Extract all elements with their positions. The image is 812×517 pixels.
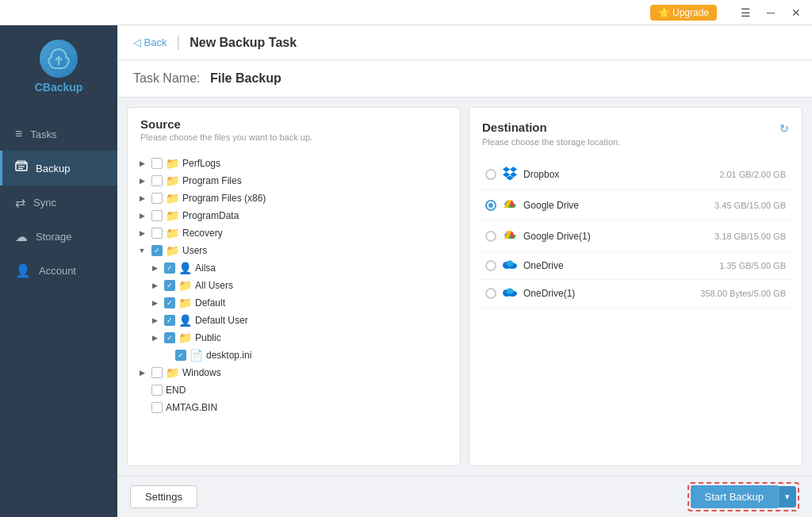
- menu-button[interactable]: ☰: [736, 3, 755, 22]
- label-programdata: ProgramData: [182, 210, 239, 221]
- checkbox-defaultuser[interactable]: ✓: [164, 315, 175, 326]
- toggle-users[interactable]: ▼: [136, 244, 148, 257]
- settings-button[interactable]: Settings: [130, 485, 197, 508]
- toggle-default[interactable]: ▶: [148, 297, 161, 309]
- tree-item-default[interactable]: ▶ ✓ 📁 Default: [147, 294, 454, 312]
- tree-item-desktopini[interactable]: ▶ ✓ 📄 desktop.ini: [147, 347, 454, 364]
- toggle-programdata[interactable]: ▶: [136, 209, 148, 222]
- sidebar-label-backup: Backup: [36, 163, 70, 174]
- dest-item-onedrive[interactable]: OneDrive 1.35 GB/5.00 GB: [476, 252, 795, 280]
- checkbox-recovery[interactable]: [151, 228, 163, 239]
- account-icon: 👤: [15, 263, 31, 278]
- taskname-value: File Backup: [210, 71, 282, 85]
- toggle-public[interactable]: ▶: [148, 331, 161, 344]
- checkbox-allusers[interactable]: ✓: [164, 280, 175, 291]
- dest-label-googledrive1: Google Drive(1): [523, 231, 714, 242]
- dest-item-onedrive1[interactable]: OneDrive(1) 358.00 Bytes/5.00 GB: [476, 280, 795, 308]
- tree-item-programfilesx86[interactable]: ▶ 📁 Program Files (x86): [134, 190, 454, 207]
- checkbox-ailsa[interactable]: ✓: [164, 262, 175, 274]
- start-backup-button[interactable]: Start Backup: [691, 485, 778, 508]
- label-programfilesx86: Program Files (x86): [182, 193, 266, 204]
- refresh-button[interactable]: ↻: [779, 122, 789, 135]
- tree-item-perflogs[interactable]: ▶ 📁 PerfLogs: [134, 155, 454, 172]
- dest-item-dropbox[interactable]: Dropbox 2.01 GB/2.00 GB: [476, 159, 795, 190]
- destination-panel-title: Destination: [482, 121, 547, 134]
- radio-googledrive[interactable]: [485, 200, 496, 211]
- toggle-ailsa[interactable]: ▶: [148, 262, 161, 274]
- checkbox-users[interactable]: ✓: [151, 245, 163, 256]
- toggle-perflogs[interactable]: ▶: [136, 157, 148, 170]
- back-button[interactable]: ◁ Back: [133, 36, 167, 48]
- tree-item-allusers[interactable]: ▶ ✓ 📁 All Users: [147, 277, 454, 294]
- tree-item-amtagbin[interactable]: ▶ AMTAG.BIN: [134, 399, 454, 416]
- label-allusers: All Users: [195, 280, 233, 291]
- source-panel-header: Source Please choose the files you want …: [128, 108, 460, 151]
- tree-item-users[interactable]: ▼ ✓ 📁 Users: [134, 242, 454, 259]
- label-programfiles: Program Files: [182, 175, 242, 186]
- radio-googledrive1[interactable]: [485, 231, 496, 242]
- toggle-defaultuser[interactable]: ▶: [148, 314, 161, 327]
- dest-size-onedrive1: 358.00 Bytes/5.00 GB: [700, 289, 786, 298]
- dest-label-googledrive: Google Drive: [523, 200, 714, 211]
- tree-item-windows[interactable]: ▶ 📁 Windows: [134, 364, 454, 381]
- tree-item-programfiles[interactable]: ▶ 📁 Program Files: [134, 172, 454, 190]
- sidebar-item-tasks[interactable]: ≡ Tasks: [0, 117, 117, 151]
- label-ailsa: Ailsa: [195, 262, 216, 274]
- radio-dropbox[interactable]: [485, 169, 496, 180]
- checkbox-public[interactable]: ✓: [164, 332, 175, 343]
- checkbox-default[interactable]: ✓: [164, 297, 175, 308]
- sync-icon: ⇄: [15, 195, 25, 210]
- checkbox-programdata[interactable]: [151, 210, 163, 221]
- tree-item-defaultuser[interactable]: ▶ ✓ 👤 Default User: [147, 312, 454, 329]
- toggle-windows[interactable]: ▶: [136, 366, 148, 379]
- dest-size-googledrive1: 3.18 GB/15.00 GB: [714, 232, 786, 241]
- upgrade-button[interactable]: ⭐ Upgrade: [650, 5, 717, 21]
- checkbox-programfilesx86[interactable]: [151, 193, 163, 204]
- user-icon: 👤: [178, 262, 192, 274]
- radio-onedrive1[interactable]: [485, 288, 496, 299]
- dest-label-onedrive1: OneDrive(1): [523, 288, 700, 299]
- tree-item-end[interactable]: ▶ END: [134, 381, 454, 399]
- sidebar-item-backup[interactable]: Backup: [0, 151, 117, 186]
- tree-item-programdata[interactable]: ▶ 📁 ProgramData: [134, 207, 454, 224]
- checkbox-end[interactable]: [151, 385, 163, 396]
- start-backup-dropdown-button[interactable]: ▾: [778, 486, 796, 507]
- storage-icon: ☁: [15, 229, 28, 244]
- dropbox-icon: [503, 166, 517, 183]
- checkbox-perflogs[interactable]: [151, 158, 163, 169]
- dest-size-googledrive: 3.45 GB/15.00 GB: [714, 201, 786, 210]
- toggle-recovery[interactable]: ▶: [136, 227, 148, 239]
- content: ◁ Back | New Backup Task Task Name: File…: [117, 25, 812, 517]
- gdrive1-icon: [503, 228, 517, 245]
- close-button[interactable]: ✕: [787, 3, 806, 22]
- dest-size-dropbox: 2.01 GB/2.00 GB: [719, 170, 786, 179]
- sidebar-label-account: Account: [39, 265, 76, 277]
- toggle-programfiles[interactable]: ▶: [136, 174, 148, 187]
- dest-item-googledrive1[interactable]: Google Drive(1) 3.18 GB/15.00 GB: [476, 221, 795, 252]
- destination-panel-header: Destination ↻ Please choose the storage …: [469, 108, 802, 156]
- radio-onedrive[interactable]: [485, 260, 496, 271]
- source-panel-body: ▶ 📁 PerfLogs ▶ 📁 Program Files ▶: [128, 151, 460, 465]
- tree-item-public[interactable]: ▶ ✓ 📁 Public: [147, 329, 454, 347]
- tree-item-recovery[interactable]: ▶ 📁 Recovery: [134, 224, 454, 242]
- folder-icon: 📁: [166, 192, 179, 205]
- dest-item-googledrive[interactable]: Google Drive 3.45 GB/15.00 GB: [476, 190, 795, 221]
- folder-icon: 📁: [166, 244, 179, 257]
- destination-panel-subtitle: Please choose the storage location.: [482, 137, 789, 147]
- minimize-button[interactable]: ─: [761, 3, 780, 22]
- toggle-allusers[interactable]: ▶: [148, 279, 161, 292]
- sidebar-item-sync[interactable]: ⇄ Sync: [0, 186, 117, 220]
- checkbox-windows[interactable]: [151, 367, 163, 378]
- sidebar-item-storage[interactable]: ☁ Storage: [0, 220, 117, 254]
- start-backup-group: Start Backup ▾: [688, 482, 799, 511]
- logo-text: CBackup: [35, 81, 83, 94]
- label-defaultuser: Default User: [195, 315, 248, 326]
- checkbox-amtagbin[interactable]: [151, 402, 163, 413]
- topbar-divider: |: [177, 34, 181, 51]
- checkbox-desktopini[interactable]: ✓: [175, 350, 186, 361]
- toggle-programfilesx86[interactable]: ▶: [136, 192, 148, 205]
- onedrive-icon: [503, 258, 517, 273]
- sidebar-item-account[interactable]: 👤 Account: [0, 254, 117, 288]
- tree-item-ailsa[interactable]: ▶ ✓ 👤 Ailsa: [147, 259, 454, 277]
- checkbox-programfiles[interactable]: [151, 175, 163, 186]
